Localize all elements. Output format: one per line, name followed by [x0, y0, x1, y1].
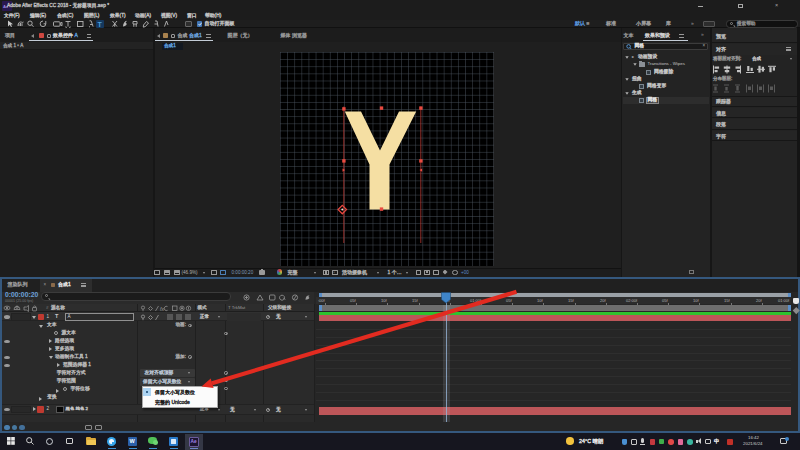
svg-text:fx: fx: [160, 305, 164, 311]
svg-text:T: T: [98, 21, 103, 28]
